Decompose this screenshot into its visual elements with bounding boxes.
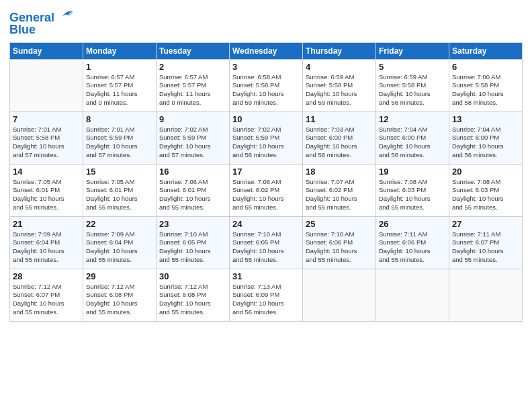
weekday-header-sunday: Sunday xyxy=(10,42,83,59)
day-info: Sunrise: 7:12 AMSunset: 6:08 PMDaylight:… xyxy=(86,283,153,317)
day-number: 5 xyxy=(379,62,446,72)
day-info: Sunrise: 7:01 AMSunset: 5:58 PMDaylight:… xyxy=(13,126,80,160)
day-number: 1 xyxy=(86,62,153,72)
calendar-cell: 15Sunrise: 7:05 AMSunset: 6:01 PMDayligh… xyxy=(83,164,157,216)
day-number: 28 xyxy=(13,271,80,281)
calendar-week-row: 21Sunrise: 7:09 AMSunset: 6:04 PMDayligh… xyxy=(10,216,523,269)
day-number: 4 xyxy=(306,62,373,72)
day-info: Sunrise: 6:57 AMSunset: 5:57 PMDaylight:… xyxy=(159,73,226,107)
day-info: Sunrise: 7:01 AMSunset: 5:59 PMDaylight:… xyxy=(86,126,153,160)
day-number: 29 xyxy=(86,271,153,281)
calendar-cell: 13Sunrise: 7:04 AMSunset: 6:00 PMDayligh… xyxy=(449,111,523,164)
day-info: Sunrise: 7:09 AMSunset: 6:04 PMDaylight:… xyxy=(13,230,80,265)
day-info: Sunrise: 7:10 AMSunset: 6:05 PMDaylight:… xyxy=(232,230,300,265)
calendar-cell: 14Sunrise: 7:05 AMSunset: 6:01 PMDayligh… xyxy=(10,164,83,216)
weekday-header-saturday: Saturday xyxy=(449,42,523,59)
calendar-cell: 29Sunrise: 7:12 AMSunset: 6:08 PMDayligh… xyxy=(83,269,157,321)
calendar-table: SundayMondayTuesdayWednesdayThursdayFrid… xyxy=(9,42,523,322)
calendar-cell: 10Sunrise: 7:02 AMSunset: 5:59 PMDayligh… xyxy=(230,111,303,164)
day-number: 3 xyxy=(232,62,300,72)
day-number: 30 xyxy=(159,271,226,281)
weekday-header-tuesday: Tuesday xyxy=(157,42,230,59)
calendar-cell: 4Sunrise: 6:59 AMSunset: 5:58 PMDaylight… xyxy=(303,59,376,111)
calendar-cell: 21Sunrise: 7:09 AMSunset: 6:04 PMDayligh… xyxy=(10,216,83,269)
day-number: 15 xyxy=(86,167,153,177)
calendar-cell: 31Sunrise: 7:13 AMSunset: 6:09 PMDayligh… xyxy=(230,269,303,321)
day-number: 20 xyxy=(452,167,519,177)
calendar-cell: 24Sunrise: 7:10 AMSunset: 6:05 PMDayligh… xyxy=(230,216,303,269)
day-info: Sunrise: 7:07 AMSunset: 6:02 PMDaylight:… xyxy=(306,178,373,212)
weekday-header-wednesday: Wednesday xyxy=(230,42,303,59)
day-info: Sunrise: 7:03 AMSunset: 6:00 PMDaylight:… xyxy=(306,126,373,160)
day-number: 16 xyxy=(159,167,226,177)
day-info: Sunrise: 7:05 AMSunset: 6:01 PMDaylight:… xyxy=(86,178,153,212)
calendar-cell xyxy=(376,269,449,321)
page-header: General Blue xyxy=(9,7,523,37)
calendar-cell: 26Sunrise: 7:11 AMSunset: 6:06 PMDayligh… xyxy=(376,216,449,269)
calendar-cell: 2Sunrise: 6:57 AMSunset: 5:57 PMDaylight… xyxy=(157,59,230,111)
calendar-cell xyxy=(449,269,523,321)
weekday-header-friday: Friday xyxy=(376,42,449,59)
day-info: Sunrise: 7:12 AMSunset: 6:07 PMDaylight:… xyxy=(13,283,80,317)
calendar-week-row: 28Sunrise: 7:12 AMSunset: 6:07 PMDayligh… xyxy=(10,269,523,321)
day-info: Sunrise: 7:11 AMSunset: 6:07 PMDaylight:… xyxy=(452,230,519,265)
calendar-cell: 28Sunrise: 7:12 AMSunset: 6:07 PMDayligh… xyxy=(10,269,83,321)
calendar-cell: 9Sunrise: 7:02 AMSunset: 5:59 PMDaylight… xyxy=(157,111,230,164)
day-info: Sunrise: 7:04 AMSunset: 6:00 PMDaylight:… xyxy=(452,126,519,160)
day-number: 24 xyxy=(232,219,300,229)
day-number: 10 xyxy=(232,114,300,124)
calendar-cell: 16Sunrise: 7:06 AMSunset: 6:01 PMDayligh… xyxy=(157,164,230,216)
weekday-header-monday: Monday xyxy=(83,42,157,59)
day-info: Sunrise: 7:08 AMSunset: 6:03 PMDaylight:… xyxy=(379,178,446,212)
day-info: Sunrise: 6:58 AMSunset: 5:58 PMDaylight:… xyxy=(232,73,300,107)
day-number: 22 xyxy=(86,219,153,229)
calendar-cell xyxy=(303,269,376,321)
day-info: Sunrise: 7:02 AMSunset: 5:59 PMDaylight:… xyxy=(159,126,226,160)
calendar-cell: 23Sunrise: 7:10 AMSunset: 6:05 PMDayligh… xyxy=(157,216,230,269)
calendar-week-row: 1Sunrise: 6:57 AMSunset: 5:57 PMDaylight… xyxy=(10,59,523,111)
day-number: 23 xyxy=(159,219,226,229)
day-number: 26 xyxy=(379,219,446,229)
day-info: Sunrise: 6:59 AMSunset: 5:58 PMDaylight:… xyxy=(379,73,446,107)
logo: General Blue xyxy=(9,7,74,37)
day-info: Sunrise: 6:59 AMSunset: 5:58 PMDaylight:… xyxy=(306,73,373,107)
calendar-cell: 7Sunrise: 7:01 AMSunset: 5:58 PMDaylight… xyxy=(10,111,83,164)
weekday-header-thursday: Thursday xyxy=(303,42,376,59)
day-number: 7 xyxy=(13,114,80,124)
day-number: 9 xyxy=(159,114,226,124)
day-number: 6 xyxy=(452,62,519,72)
logo-bird-icon xyxy=(59,7,74,21)
day-number: 2 xyxy=(159,62,226,72)
day-number: 21 xyxy=(13,219,80,229)
weekday-header-row: SundayMondayTuesdayWednesdayThursdayFrid… xyxy=(10,42,523,59)
day-info: Sunrise: 7:06 AMSunset: 6:02 PMDaylight:… xyxy=(232,178,300,212)
calendar-week-row: 14Sunrise: 7:05 AMSunset: 6:01 PMDayligh… xyxy=(10,164,523,216)
day-number: 19 xyxy=(379,167,446,177)
day-number: 25 xyxy=(306,219,373,229)
calendar-cell: 12Sunrise: 7:04 AMSunset: 6:00 PMDayligh… xyxy=(376,111,449,164)
calendar-cell: 19Sunrise: 7:08 AMSunset: 6:03 PMDayligh… xyxy=(376,164,449,216)
calendar-cell: 8Sunrise: 7:01 AMSunset: 5:59 PMDaylight… xyxy=(83,111,157,164)
day-info: Sunrise: 6:57 AMSunset: 5:57 PMDaylight:… xyxy=(86,73,153,107)
calendar-cell: 22Sunrise: 7:09 AMSunset: 6:04 PMDayligh… xyxy=(83,216,157,269)
calendar-cell: 27Sunrise: 7:11 AMSunset: 6:07 PMDayligh… xyxy=(449,216,523,269)
calendar-week-row: 7Sunrise: 7:01 AMSunset: 5:58 PMDaylight… xyxy=(10,111,523,164)
day-info: Sunrise: 7:11 AMSunset: 6:06 PMDaylight:… xyxy=(379,230,446,265)
calendar-cell: 20Sunrise: 7:08 AMSunset: 6:03 PMDayligh… xyxy=(449,164,523,216)
day-info: Sunrise: 7:08 AMSunset: 6:03 PMDaylight:… xyxy=(452,178,519,212)
calendar-cell: 6Sunrise: 7:00 AMSunset: 5:58 PMDaylight… xyxy=(449,59,523,111)
day-info: Sunrise: 7:09 AMSunset: 6:04 PMDaylight:… xyxy=(86,230,153,265)
day-info: Sunrise: 7:13 AMSunset: 6:09 PMDaylight:… xyxy=(232,283,300,317)
day-info: Sunrise: 7:10 AMSunset: 6:05 PMDaylight:… xyxy=(159,230,226,265)
day-number: 17 xyxy=(232,167,300,177)
calendar-cell: 11Sunrise: 7:03 AMSunset: 6:00 PMDayligh… xyxy=(303,111,376,164)
day-number: 12 xyxy=(379,114,446,124)
day-number: 14 xyxy=(13,167,80,177)
calendar-cell: 5Sunrise: 6:59 AMSunset: 5:58 PMDaylight… xyxy=(376,59,449,111)
day-info: Sunrise: 7:10 AMSunset: 6:06 PMDaylight:… xyxy=(306,230,373,265)
calendar-cell: 3Sunrise: 6:58 AMSunset: 5:58 PMDaylight… xyxy=(230,59,303,111)
calendar-cell: 18Sunrise: 7:07 AMSunset: 6:02 PMDayligh… xyxy=(303,164,376,216)
calendar-cell xyxy=(10,59,83,111)
day-info: Sunrise: 7:06 AMSunset: 6:01 PMDaylight:… xyxy=(159,178,226,212)
day-info: Sunrise: 7:02 AMSunset: 5:59 PMDaylight:… xyxy=(232,126,300,160)
